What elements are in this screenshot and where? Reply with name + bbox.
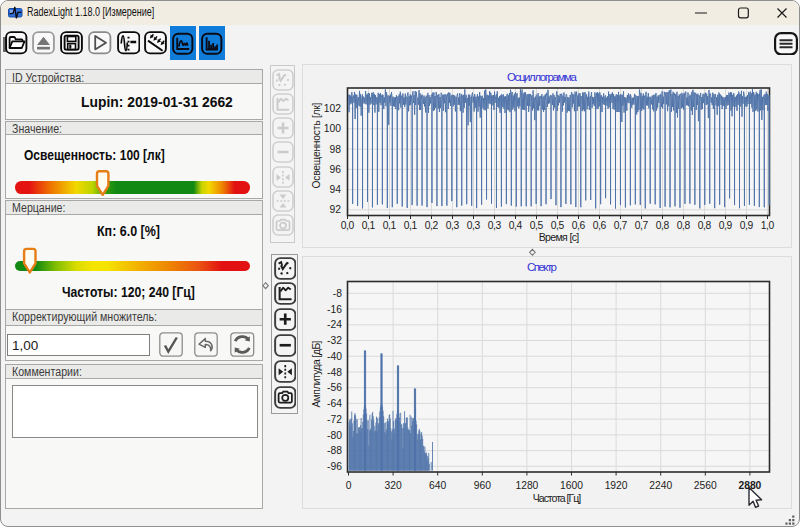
svg-text:Освещенность [лк]: Освещенность [лк] xyxy=(311,102,322,188)
svg-text:96: 96 xyxy=(330,164,342,175)
svg-text:1920: 1920 xyxy=(605,480,628,491)
svg-text:Частота [Гц]: Частота [Гц] xyxy=(533,492,581,504)
svg-text:0,7: 0,7 xyxy=(635,220,649,231)
svg-text:-32: -32 xyxy=(327,335,342,346)
svg-text:0,3: 0,3 xyxy=(467,220,481,231)
svg-text:94: 94 xyxy=(330,184,342,195)
svg-text:1600: 1600 xyxy=(560,480,583,491)
svg-text:0,7: 0,7 xyxy=(614,220,628,231)
svg-text:0,1: 0,1 xyxy=(383,220,397,231)
svg-text:640: 640 xyxy=(429,480,446,491)
svg-text:-72: -72 xyxy=(327,414,342,425)
svg-text:1,0: 1,0 xyxy=(761,220,775,231)
svg-text:2560: 2560 xyxy=(694,480,717,491)
svg-text:960: 960 xyxy=(474,480,491,491)
svg-text:-88: -88 xyxy=(327,445,342,456)
svg-text:-40: -40 xyxy=(327,351,342,362)
svg-text:0,3: 0,3 xyxy=(446,220,460,231)
svg-text:-48: -48 xyxy=(327,367,342,378)
svg-text:-16: -16 xyxy=(327,304,342,315)
svg-text:0,6: 0,6 xyxy=(593,220,607,231)
svg-text:98: 98 xyxy=(330,144,342,155)
svg-text:0,2: 0,2 xyxy=(425,220,439,231)
svg-text:100: 100 xyxy=(324,123,341,134)
svg-text:-96: -96 xyxy=(327,461,342,472)
svg-text:0,4: 0,4 xyxy=(509,220,523,231)
svg-text:0,0: 0,0 xyxy=(341,220,355,231)
svg-text:-24: -24 xyxy=(327,319,342,330)
svg-text:-80: -80 xyxy=(327,430,342,441)
svg-text:0,1: 0,1 xyxy=(362,220,376,231)
svg-text:0,3: 0,3 xyxy=(488,220,502,231)
svg-text:0,5: 0,5 xyxy=(530,220,544,231)
svg-text:0,8: 0,8 xyxy=(677,220,691,231)
svg-text:0,1: 0,1 xyxy=(404,220,418,231)
svg-text:0,6: 0,6 xyxy=(572,220,586,231)
svg-text:92: 92 xyxy=(330,204,342,215)
svg-text:-56: -56 xyxy=(327,382,342,393)
svg-text:-64: -64 xyxy=(327,398,342,409)
svg-text:0,5: 0,5 xyxy=(551,220,565,231)
svg-text:0,9: 0,9 xyxy=(740,220,754,231)
svg-text:Осциллограмма: Осциллограмма xyxy=(507,71,578,83)
svg-text:1280: 1280 xyxy=(515,480,538,491)
svg-text:2880: 2880 xyxy=(738,480,761,491)
svg-text:0: 0 xyxy=(346,480,352,491)
svg-text:0,8: 0,8 xyxy=(698,220,712,231)
svg-text:0,8: 0,8 xyxy=(656,220,670,231)
svg-text:2240: 2240 xyxy=(649,480,672,491)
svg-text:102: 102 xyxy=(324,103,341,114)
svg-text:Время [с]: Время [с] xyxy=(539,231,580,243)
svg-text:-8: -8 xyxy=(333,288,342,299)
svg-text:Спектр: Спектр xyxy=(527,261,557,273)
svg-text:Амплитуда [дБ]: Амплитуда [дБ] xyxy=(311,340,322,407)
svg-text:320: 320 xyxy=(385,480,402,491)
svg-text:0,9: 0,9 xyxy=(719,220,733,231)
